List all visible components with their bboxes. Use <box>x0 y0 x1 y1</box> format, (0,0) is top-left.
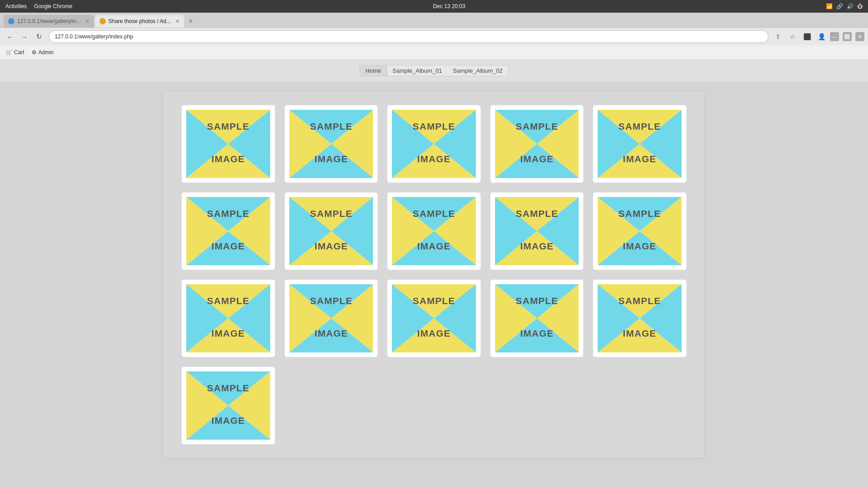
sample-image-7: SAMPLE IMAGE <box>289 197 373 265</box>
refresh-button[interactable]: ↻ <box>33 30 45 43</box>
os-bar-left: Activities Google Chrome <box>5 3 72 9</box>
svg-text:IMAGE: IMAGE <box>520 328 554 338</box>
gallery-item-11[interactable]: SAMPLE IMAGE <box>181 279 275 357</box>
main-content: SAMPLE IMAGE SAMPLE IMAGE <box>0 82 868 468</box>
forward-button[interactable]: → <box>18 30 31 43</box>
breadcrumb-album01[interactable]: Sample_Album_01 <box>387 66 448 76</box>
close-button[interactable]: ✕ <box>855 32 864 41</box>
breadcrumb-album02[interactable]: Sample_Album_02 <box>448 66 508 76</box>
cart-label: Cart <box>14 49 24 56</box>
cart-icon: 🛒 <box>5 49 12 56</box>
sample-image-15: SAMPLE IMAGE <box>598 284 682 352</box>
tab-2[interactable]: Share those photos / Ad... ✕ <box>95 15 184 28</box>
gallery-item-9[interactable]: SAMPLE IMAGE <box>490 192 584 270</box>
sample-image-4: SAMPLE IMAGE <box>495 110 579 178</box>
network-icon: 🔗 <box>836 3 843 9</box>
gallery-item-4[interactable]: SAMPLE IMAGE <box>490 105 584 183</box>
svg-text:SAMPLE: SAMPLE <box>413 296 455 306</box>
svg-text:SAMPLE: SAMPLE <box>413 121 455 131</box>
svg-text:SAMPLE: SAMPLE <box>207 208 250 219</box>
gallery-item-3[interactable]: SAMPLE IMAGE <box>387 105 481 183</box>
address-bar[interactable]: 127.0.0.1/www/gallery/index.php <box>49 30 769 43</box>
sample-image-1: SAMPLE IMAGE <box>186 110 270 178</box>
svg-text:SAMPLE: SAMPLE <box>516 208 558 219</box>
bookmark-button[interactable]: ☆ <box>787 31 798 42</box>
gallery-item-1[interactable]: SAMPLE IMAGE <box>181 105 275 183</box>
sample-image-3: SAMPLE IMAGE <box>392 110 476 178</box>
svg-text:IMAGE: IMAGE <box>212 154 245 164</box>
admin-icon: ⚙ <box>32 49 37 56</box>
sample-image-5: SAMPLE IMAGE <box>598 110 682 178</box>
app-toolbar: 🛒 Cart ⚙ Admin <box>0 45 868 60</box>
gallery-item-10[interactable]: SAMPLE IMAGE <box>593 192 687 270</box>
svg-text:IMAGE: IMAGE <box>623 328 656 338</box>
svg-text:IMAGE: IMAGE <box>520 154 554 164</box>
sample-image-2: SAMPLE IMAGE <box>289 110 373 178</box>
sample-image-6: SAMPLE IMAGE <box>186 197 270 265</box>
svg-text:IMAGE: IMAGE <box>314 241 348 251</box>
gallery-item-14[interactable]: SAMPLE IMAGE <box>490 279 584 357</box>
svg-text:IMAGE: IMAGE <box>417 154 451 164</box>
sample-image-13: SAMPLE IMAGE <box>392 284 476 352</box>
activities-label[interactable]: Activities <box>5 3 27 9</box>
svg-text:SAMPLE: SAMPLE <box>516 121 558 131</box>
maximize-button[interactable]: ⬜ <box>843 32 852 41</box>
minimize-button[interactable]: — <box>830 32 839 41</box>
sample-image-8: SAMPLE IMAGE <box>392 197 476 265</box>
gallery-item-13[interactable]: SAMPLE IMAGE <box>387 279 481 357</box>
svg-text:SAMPLE: SAMPLE <box>413 208 455 219</box>
admin-item[interactable]: ⚙ Admin <box>32 49 54 56</box>
svg-text:IMAGE: IMAGE <box>417 328 451 338</box>
gallery-item-6[interactable]: SAMPLE IMAGE <box>181 192 275 270</box>
tab-2-label: Share those photos / Ad... <box>108 18 171 24</box>
svg-text:SAMPLE: SAMPLE <box>310 296 352 306</box>
gallery-item-8[interactable]: SAMPLE IMAGE <box>387 192 481 270</box>
sample-image-11: SAMPLE IMAGE <box>186 284 270 352</box>
browser-actions: ⇧ ☆ ⬛ 👤 — ⬜ ✕ <box>772 31 864 42</box>
svg-text:IMAGE: IMAGE <box>212 241 245 251</box>
os-bar-right: 📶 🔗 🔊 ⏻ <box>826 3 863 9</box>
gallery-item-7[interactable]: SAMPLE IMAGE <box>284 192 378 270</box>
gallery-item-16[interactable]: SAMPLE IMAGE <box>181 366 275 445</box>
svg-text:IMAGE: IMAGE <box>212 415 245 426</box>
svg-text:SAMPLE: SAMPLE <box>310 208 352 219</box>
profile-button[interactable]: 👤 <box>816 31 827 42</box>
svg-text:SAMPLE: SAMPLE <box>618 296 661 306</box>
power-icon: ⏻ <box>857 3 863 9</box>
tab-2-favicon <box>99 18 106 24</box>
sample-image-9: SAMPLE IMAGE <box>495 197 579 265</box>
svg-text:IMAGE: IMAGE <box>314 154 348 164</box>
tab-1-label: 127.0.0.1/www/gallery/in... <box>17 18 81 24</box>
svg-text:SAMPLE: SAMPLE <box>618 208 661 219</box>
svg-text:IMAGE: IMAGE <box>520 241 554 251</box>
wifi-icon: 📶 <box>826 3 833 9</box>
svg-text:SAMPLE: SAMPLE <box>618 121 661 131</box>
svg-text:SAMPLE: SAMPLE <box>207 121 250 131</box>
os-bar: Activities Google Chrome Dec 13 20:03 📶 … <box>0 0 868 13</box>
os-datetime: Dec 13 20:03 <box>433 3 465 9</box>
cart-item[interactable]: 🛒 Cart <box>5 49 24 56</box>
svg-text:SAMPLE: SAMPLE <box>207 296 250 306</box>
extensions-button[interactable]: ⬛ <box>801 31 813 42</box>
sample-image-10: SAMPLE IMAGE <box>598 197 682 265</box>
svg-text:IMAGE: IMAGE <box>417 241 451 251</box>
back-button[interactable]: ← <box>4 30 16 43</box>
breadcrumb-home[interactable]: Home <box>360 66 387 76</box>
app-label: Google Chrome <box>34 3 72 9</box>
gallery-item-2[interactable]: SAMPLE IMAGE <box>284 105 378 183</box>
breadcrumb: Home Sample_Album_01 Sample_Album_02 <box>359 65 508 76</box>
share-button[interactable]: ⇧ <box>772 31 784 42</box>
tab-1-close[interactable]: ✕ <box>85 19 90 24</box>
sample-image-16: SAMPLE IMAGE <box>186 371 270 440</box>
gallery-item-15[interactable]: SAMPLE IMAGE <box>593 279 687 357</box>
svg-text:SAMPLE: SAMPLE <box>207 383 250 393</box>
svg-text:IMAGE: IMAGE <box>314 328 348 338</box>
svg-text:SAMPLE: SAMPLE <box>516 296 558 306</box>
tab-1[interactable]: 127.0.0.1/www/gallery/in... ✕ <box>4 15 94 28</box>
add-tab-button[interactable]: + <box>185 15 197 27</box>
tab-2-close[interactable]: ✕ <box>175 19 179 24</box>
gallery-item-12[interactable]: SAMPLE IMAGE <box>284 279 378 357</box>
admin-label: Admin <box>38 49 54 56</box>
gallery-item-5[interactable]: SAMPLE IMAGE <box>593 105 687 183</box>
url-text: 127.0.0.1/www/gallery/index.php <box>55 33 133 40</box>
